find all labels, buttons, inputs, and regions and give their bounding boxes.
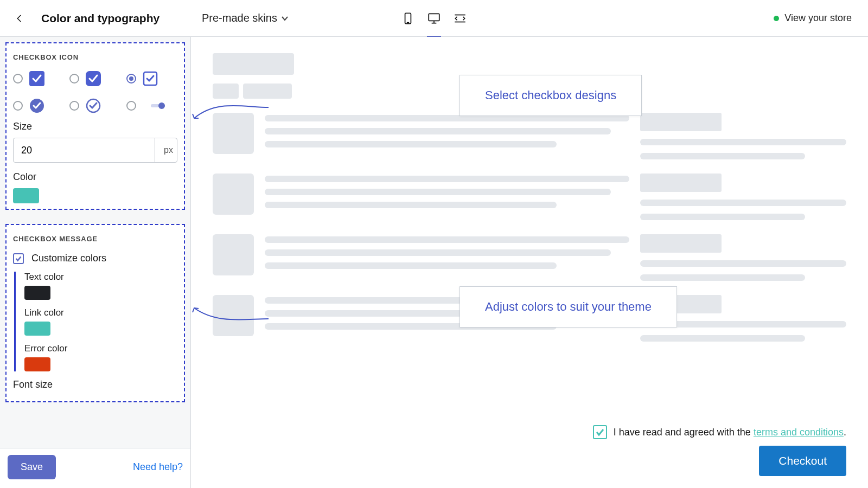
checkbox-style-option-1[interactable] (13, 71, 64, 86)
color-swatch[interactable] (13, 188, 39, 203)
terms-link[interactable]: terms and conditions (754, 427, 844, 438)
error-color-label: Error color (24, 343, 177, 354)
customize-colors-label: Customize colors (31, 253, 106, 264)
link-color-swatch[interactable] (24, 322, 50, 336)
view-store-link[interactable]: View your store (784, 12, 852, 24)
callout-2: Adjust colors to suit your theme (459, 286, 677, 328)
radio-icon (126, 74, 136, 84)
checkbox-sample-outline-circle (86, 98, 101, 113)
need-help-link[interactable]: Need help? (133, 461, 183, 473)
skeleton-bar (213, 84, 239, 99)
premade-skins-label: Pre-made skins (202, 12, 277, 24)
skeleton-image (213, 295, 254, 336)
size-input-wrap: px (13, 138, 177, 163)
checkbox-sample-filled-circle (29, 98, 44, 113)
svg-rect-7 (29, 71, 44, 86)
back-button[interactable] (13, 12, 26, 25)
consent-text: I have read and agreed with the terms an… (614, 427, 846, 438)
size-unit: px (155, 138, 177, 162)
panel-title: CHECKBOX MESSAGE (13, 235, 177, 243)
checkbox-style-option-6[interactable] (126, 98, 177, 113)
status-indicator-icon (774, 16, 779, 21)
size-label: Size (13, 121, 177, 132)
consent-checkbox[interactable] (593, 425, 607, 439)
checkbox-sample-filled-square (29, 71, 44, 86)
radio-icon (69, 74, 79, 84)
checkbox-style-option-5[interactable] (69, 98, 120, 113)
svg-point-13 (158, 102, 165, 109)
link-color-label: Link color (24, 307, 177, 318)
checkbox-icon-panel: CHECKBOX ICON (5, 42, 185, 210)
device-fullwidth-icon[interactable] (453, 11, 467, 25)
panel-title: CHECKBOX ICON (13, 53, 177, 61)
checkbox-sample-filled-rounded (86, 71, 101, 86)
radio-icon (126, 101, 136, 111)
checkout-button[interactable]: Checkout (759, 446, 846, 476)
chevron-down-icon (280, 14, 289, 23)
checkbox-style-option-2[interactable] (69, 71, 120, 86)
checkbox-style-option-3[interactable] (126, 71, 177, 86)
size-input[interactable] (14, 145, 155, 156)
radio-icon (13, 74, 23, 84)
skeleton-bar (213, 53, 294, 75)
checkbox-sample-outline-square (143, 71, 158, 86)
text-color-label: Text color (24, 272, 177, 282)
skeleton-image (213, 174, 254, 215)
text-color-swatch[interactable] (24, 286, 50, 300)
radio-icon (69, 101, 79, 111)
save-button[interactable]: Save (8, 455, 56, 479)
color-label: Color (13, 171, 177, 183)
device-mobile-icon[interactable] (401, 11, 415, 25)
error-color-swatch[interactable] (24, 357, 50, 371)
skeleton-bar (243, 84, 292, 99)
skeleton-image (213, 113, 254, 154)
checkbox-style-option-4[interactable] (13, 98, 64, 113)
skeleton-image (213, 234, 254, 275)
svg-rect-8 (86, 71, 101, 86)
checkbox-icon (13, 253, 24, 264)
radio-icon (13, 101, 23, 111)
preview-canvas: Select checkbox designs Adjust colors to… (191, 37, 868, 488)
font-size-label: Font size (13, 379, 177, 390)
page-title: Color and typography (41, 12, 159, 25)
callout-1: Select checkbox designs (459, 75, 642, 116)
consent-row: I have read and agreed with the terms an… (593, 425, 846, 439)
checkbox-sample-toggle (143, 98, 173, 113)
device-desktop-icon[interactable] (427, 11, 441, 25)
svg-rect-2 (429, 14, 439, 21)
premade-skins-dropdown[interactable]: Pre-made skins (191, 12, 289, 24)
customize-colors-toggle[interactable]: Customize colors (13, 253, 177, 264)
checkbox-message-panel: CHECKBOX MESSAGE Customize colors Text c… (5, 224, 185, 402)
